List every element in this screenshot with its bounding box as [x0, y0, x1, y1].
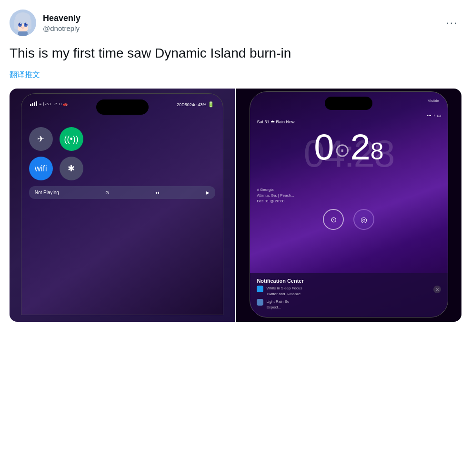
notif-2-text: Light Rain SoExpect...	[266, 299, 289, 310]
right-status-icons: ▪▪▪ ⟩ ▭	[427, 113, 441, 118]
status-bar-right: ▪▪▪ ⟩ ▭	[257, 113, 441, 118]
translate-link[interactable]: 翻译推文	[10, 70, 461, 80]
airplane-mode-button[interactable]: ✈	[29, 127, 53, 151]
phone-screen-right: Visible ▪▪▪ ⟩ ▭ Sat 31 🌧 Rain Now	[250, 91, 448, 317]
play-icon[interactable]: ▶	[206, 190, 210, 195]
user-details: Heavenly @dnotreply	[43, 13, 80, 33]
username: @dnotreply	[43, 24, 80, 33]
display-name: Heavenly	[43, 13, 80, 24]
rewind-icon: ⏮	[155, 190, 160, 195]
wifi-on-icon: ((•))	[64, 134, 79, 144]
weather-notif-icon	[257, 299, 263, 306]
signal-bar-2	[32, 103, 33, 106]
big-time: 0⊙28	[255, 129, 442, 165]
avatar[interactable]	[10, 10, 36, 36]
wifi-button[interactable]: ((•))	[60, 127, 83, 151]
close-notif-button[interactable]: ✕	[433, 286, 441, 293]
cc-icons-row-2: wifi ✱	[29, 157, 216, 180]
widget-icon-1: ⊙	[323, 209, 344, 230]
signal-icon: ▪▪▪	[427, 113, 431, 118]
cc-icons-row: ✈ ((•))	[29, 127, 216, 151]
lock-date-weather: Sat 31 🌧 Rain Now	[257, 119, 441, 125]
signal-bar-3	[34, 102, 35, 106]
location-text: # GeorgiaAtlanta, Ga. | Peach...Dec 31 @…	[257, 188, 294, 203]
location-widget: # GeorgiaAtlanta, Ga. | Peach...Dec 31 @…	[257, 187, 441, 204]
tweet-header: Heavenly @dnotreply ···	[10, 10, 461, 36]
wifi2-button[interactable]: wifi	[29, 157, 53, 180]
left-image: ≡ ⟩ -63 ↗ ⊙ 🚗 20D5024e 43% 🔋 ✈	[10, 89, 235, 322]
widget-icons-row: ⊙ ◎	[257, 209, 441, 230]
signal-bars	[30, 101, 37, 106]
visible-label: Visible	[428, 99, 439, 103]
svg-point-9	[20, 23, 21, 24]
tweet-text: This is my first time saw Dynamic Island…	[10, 44, 461, 62]
signal-bar-1	[30, 104, 31, 106]
location-icon: ↗ ⊙ 🚗	[54, 102, 67, 106]
time-display: 0⊙28	[314, 129, 383, 165]
images-grid: ≡ ⟩ -63 ↗ ⊙ 🚗 20D5024e 43% 🔋 ✈	[10, 89, 461, 322]
date-weather-text: Sat 31 🌧 Rain Now	[257, 119, 294, 124]
wifi-icon: wifi	[35, 164, 47, 174]
dynamic-island-right	[325, 97, 372, 110]
lock-widgets: # GeorgiaAtlanta, Ga. | Peach...Dec 31 @…	[257, 187, 441, 230]
twitter-notif-icon	[257, 286, 263, 292]
signal-bar-4	[36, 101, 37, 106]
media-icon: ⊙	[105, 190, 109, 195]
control-center-area: ✈ ((•)) wifi ✱	[21, 122, 223, 204]
battery-display: 20D5024e 43% 🔋	[177, 101, 214, 108]
tweet-container: Heavenly @dnotreply ··· This is my first…	[0, 0, 471, 322]
not-playing-label: Not Playing	[35, 190, 59, 195]
wifi-status-icon: ⟩	[433, 113, 435, 118]
more-button[interactable]: ···	[442, 15, 461, 31]
battery-icon: 🔋	[208, 101, 214, 108]
svg-rect-3	[14, 19, 18, 30]
widget-icon-2: ◎	[353, 209, 374, 230]
notif-1-text: While in Sleep FocusTwitter and T-Mobile	[266, 286, 302, 297]
notification-center: Notification Center While in Sleep Focus…	[250, 273, 447, 317]
battery-text: 20D5024e 43%	[177, 102, 206, 107]
battery-status-icon: ▭	[437, 113, 441, 118]
user-info: Heavenly @dnotreply	[10, 10, 80, 36]
signal-strength: ≡ ⟩ -63	[40, 102, 51, 106]
bluetooth-button[interactable]: ✱	[60, 157, 83, 180]
airplane-icon: ✈	[37, 134, 44, 144]
right-image: Visible ▪▪▪ ⟩ ▭ Sat 31 🌧 Rain Now	[236, 89, 461, 322]
bluetooth-icon: ✱	[68, 163, 75, 174]
notif-center-title: Notification Center	[257, 278, 441, 284]
notif-item-1: While in Sleep FocusTwitter and T-Mobile…	[257, 286, 441, 297]
svg-rect-11	[18, 31, 28, 36]
phone-screen-left: ≡ ⟩ -63 ↗ ⊙ 🚗 20D5024e 43% 🔋 ✈	[21, 93, 224, 315]
now-playing-bar: Not Playing ⊙ ⏮ ▶	[29, 186, 216, 199]
svg-point-10	[26, 23, 27, 24]
notif-item-2: Light Rain SoExpect...	[257, 299, 441, 310]
svg-rect-4	[28, 19, 31, 30]
